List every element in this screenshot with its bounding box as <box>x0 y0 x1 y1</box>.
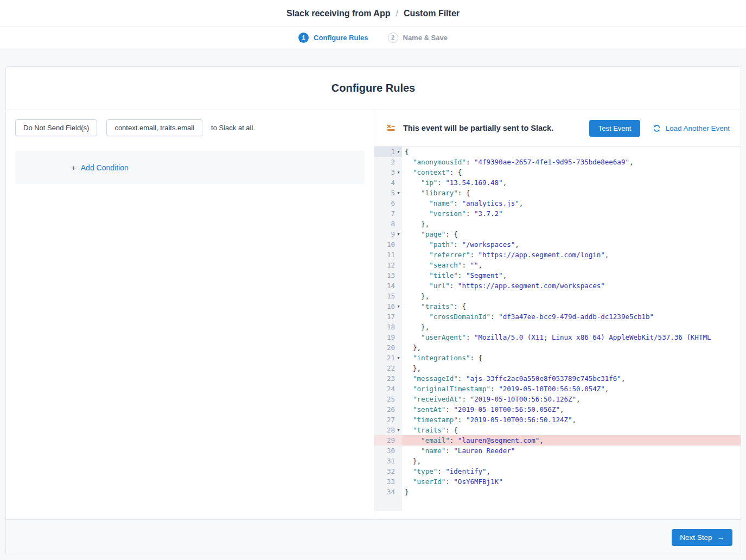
line-number: 30 <box>374 446 402 456</box>
test-event-button[interactable]: Test Event <box>589 120 641 137</box>
code-line[interactable]: 5▾ "library": { <box>374 188 741 198</box>
code-line[interactable]: 21▾ "integrations": { <box>374 353 741 363</box>
line-number: 13 <box>374 270 402 281</box>
step-configure-rules[interactable]: 1 Configure Rules <box>298 33 368 43</box>
code-line[interactable]: 31 }, <box>374 456 741 466</box>
code-line[interactable]: 2 "anonymousId": "4f9390ae-2657-4fe1-9d9… <box>374 157 741 167</box>
fold-toggle-icon[interactable]: ▾ <box>395 229 402 239</box>
step2-label: Name & Save <box>403 34 448 42</box>
fold-toggle-icon[interactable]: ▾ <box>395 147 402 157</box>
rule-builder-panel: Do Not Send Field(s) context.email, trai… <box>6 110 374 519</box>
line-number: 1▾ <box>374 147 402 157</box>
step-name-and-save[interactable]: 2 Name & Save <box>388 33 448 43</box>
line-number: 12 <box>374 260 402 270</box>
code-line[interactable]: 20 }, <box>374 342 741 353</box>
code-line[interactable]: 30 "name": "Lauren Reeder" <box>374 446 741 456</box>
line-number: 6 <box>374 198 402 208</box>
code-line[interactable]: 12 "search": "", <box>374 260 741 270</box>
card-title: Configure Rules <box>6 67 741 110</box>
code-line[interactable]: 10 "path": "/workspaces", <box>374 239 741 250</box>
code-line[interactable]: 32 "type": "identify", <box>374 466 741 476</box>
breadcrumb-parent[interactable]: Slack receiving from App <box>286 9 390 18</box>
code-line[interactable]: 34} <box>374 487 741 497</box>
line-number: 5▾ <box>374 188 402 198</box>
condition-suffix-text: to Slack at all. <box>211 124 255 132</box>
add-condition-label: Add Condition <box>81 163 129 172</box>
page-background: Configure Rules Do Not Send Field(s) con… <box>0 48 746 555</box>
step2-badge: 2 <box>388 33 398 43</box>
code-line[interactable]: 25 "receivedAt": "2019-05-10T00:56:50.12… <box>374 394 741 404</box>
next-step-button[interactable]: Next Step → <box>672 529 732 546</box>
code-line[interactable]: 19 "userAgent": "Mozilla/5.0 (X11; Linux… <box>374 332 741 342</box>
code-line[interactable]: 11 "referrer": "https://app.segment.com/… <box>374 250 741 260</box>
code-line[interactable]: 3▾ "context": { <box>374 167 741 177</box>
line-number: 2 <box>374 157 402 167</box>
code-line[interactable]: 15 }, <box>374 291 741 301</box>
line-number: 9▾ <box>374 229 402 239</box>
add-condition-container: + Add Condition <box>15 151 365 184</box>
line-number: 4 <box>374 177 402 188</box>
line-number: 17 <box>374 311 402 322</box>
partial-send-icon <box>386 123 396 133</box>
line-number: 25 <box>374 394 402 404</box>
fold-toggle-icon[interactable]: ▾ <box>395 301 402 311</box>
code-line[interactable]: 22 }, <box>374 363 741 373</box>
plus-icon: + <box>71 163 76 172</box>
code-line[interactable]: 16▾ "traits": { <box>374 301 741 311</box>
code-line[interactable]: 4 "ip": "13.54.169.48", <box>374 177 741 188</box>
fold-toggle-icon[interactable]: ▾ <box>395 167 402 177</box>
step1-badge: 1 <box>298 33 309 43</box>
code-line[interactable]: 1▾{ <box>374 147 741 157</box>
line-number: 18 <box>374 322 402 332</box>
code-line[interactable]: 18 }, <box>374 322 741 332</box>
app-header: Slack receiving from App / Custom Filter <box>0 0 746 27</box>
add-condition-button[interactable]: + Add Condition <box>71 163 129 172</box>
code-line[interactable]: 17 "crossDomainId": "df3a47ee-bcc9-479d-… <box>374 311 741 322</box>
fold-toggle-icon[interactable]: ▾ <box>395 188 402 198</box>
line-number: 21▾ <box>374 353 402 363</box>
line-number: 15 <box>374 291 402 301</box>
line-number: 20 <box>374 342 402 353</box>
line-number: 32 <box>374 466 402 476</box>
code-line[interactable]: 26 "sentAt": "2019-05-10T00:56:50.056Z", <box>374 404 741 415</box>
event-header: This event will be partially sent to Sla… <box>374 110 741 146</box>
breadcrumb-current: Custom Filter <box>404 9 460 18</box>
code-line[interactable]: 28▾ "traits": { <box>374 425 741 435</box>
line-number: 34 <box>374 487 402 497</box>
code-line[interactable]: 8 }, <box>374 219 741 229</box>
fold-toggle-icon[interactable]: ▾ <box>395 353 402 363</box>
code-line[interactable]: 6 "name": "analytics.js", <box>374 198 741 208</box>
code-line[interactable]: 14 "url": "https://app.segment.com/works… <box>374 281 741 291</box>
code-line[interactable]: 23 "messageId": "ajs-33ffc2ac0a550e8f053… <box>374 373 741 384</box>
load-another-event-link[interactable]: Load Another Event <box>653 124 730 132</box>
code-line[interactable]: 33 "userId": "OsY6MFBj1K" <box>374 476 741 487</box>
load-another-event-label: Load Another Event <box>665 124 730 132</box>
event-preview-panel: This event will be partially sent to Sla… <box>374 110 741 519</box>
event-status-message: This event will be partially sent to Sla… <box>403 124 553 132</box>
line-number: 33 <box>374 476 402 487</box>
json-event-editor[interactable]: 1▾{2 "anonymousId": "4f9390ae-2657-4fe1-… <box>374 146 741 511</box>
line-number: 7 <box>374 208 402 219</box>
code-line[interactable]: 9▾ "page": { <box>374 229 741 239</box>
code-line[interactable]: 24 "originalTimestamp": "2019-05-10T00:5… <box>374 384 741 394</box>
fold-toggle-icon[interactable]: ▾ <box>395 425 402 435</box>
line-number: 26 <box>374 404 402 415</box>
code-lines: 1▾{2 "anonymousId": "4f9390ae-2657-4fe1-… <box>374 147 741 511</box>
line-number: 27 <box>374 415 402 425</box>
fields-selector[interactable]: context.email, traits.email <box>106 119 202 136</box>
action-selector[interactable]: Do Not Send Field(s) <box>15 119 97 136</box>
line-number: 22 <box>374 363 402 373</box>
line-number: 11 <box>374 250 402 260</box>
code-line[interactable]: 29 "email": "lauren@segment.com", <box>374 435 741 446</box>
line-number: 10 <box>374 239 402 250</box>
card-footer: Next Step → <box>6 519 741 555</box>
code-line[interactable]: 27 "timestamp": "2019-05-10T00:56:50.124… <box>374 415 741 425</box>
editor-filler <box>374 497 741 511</box>
line-number: 24 <box>374 384 402 394</box>
step1-label: Configure Rules <box>314 34 368 42</box>
code-line[interactable]: 13 "title": "Segment", <box>374 270 741 281</box>
next-step-label: Next Step <box>680 533 712 542</box>
line-number: 3▾ <box>374 167 402 177</box>
breadcrumb-separator: / <box>396 9 398 18</box>
code-line[interactable]: 7 "version": "3.7.2" <box>374 208 741 219</box>
